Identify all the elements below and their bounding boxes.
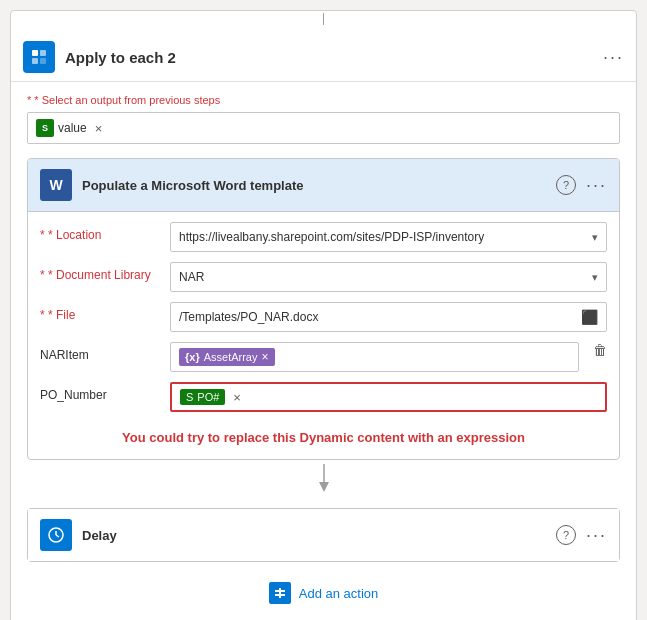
delay-more-options[interactable]: ···: [586, 525, 607, 546]
doc-library-input[interactable]: NAR ▾: [170, 262, 607, 292]
location-row: * * Location https://livealbany.sharepoi…: [40, 222, 607, 252]
word-template-header: W Populate a Microsoft Word template ? ·…: [28, 159, 619, 212]
apply-to-each-header: Apply to each 2 ···: [11, 33, 636, 82]
top-connector: [11, 11, 636, 33]
value-pill: S value: [36, 119, 87, 137]
apply-to-each-icon: [23, 41, 55, 73]
doc-library-label: * * Document Library: [40, 262, 160, 282]
delay-card: Delay ? ···: [27, 508, 620, 562]
file-row: * * File /Templates/PO_NAR.docx ⬛: [40, 302, 607, 332]
asset-array-text: AssetArray: [204, 351, 258, 363]
word-template-more[interactable]: ···: [586, 175, 607, 196]
po-number-row: PO_Number S PO# ×: [40, 382, 607, 412]
po-number-label: PO_Number: [40, 382, 160, 402]
po-number-input[interactable]: S PO# ×: [170, 382, 607, 412]
word-template-body: * * Location https://livealbany.sharepoi…: [28, 212, 619, 459]
add-action-icon: [269, 582, 291, 604]
location-input[interactable]: https://livealbany.sharepoint.com/sites/…: [170, 222, 607, 252]
svg-rect-11: [279, 588, 281, 598]
file-label: * * File: [40, 302, 160, 322]
value-pill-close[interactable]: ×: [95, 121, 103, 136]
word-icon: W: [40, 169, 72, 201]
asset-array-close[interactable]: ×: [261, 350, 268, 364]
value-pill-text: value: [58, 121, 87, 135]
location-value: https://livealbany.sharepoint.com/sites/…: [179, 230, 592, 244]
naritem-input[interactable]: {x} AssetArray ×: [170, 342, 579, 372]
svg-rect-0: [32, 50, 38, 56]
annotation-area: You could try to replace this Dynamic co…: [40, 422, 607, 449]
location-label: * * Location: [40, 222, 160, 242]
word-template-title: Populate a Microsoft Word template: [82, 178, 546, 193]
svg-marker-5: [319, 482, 329, 492]
po-pill: S PO#: [180, 389, 225, 405]
apply-to-each-title: Apply to each 2: [65, 49, 593, 66]
location-dropdown-arrow[interactable]: ▾: [592, 231, 598, 244]
delay-title: Delay: [82, 528, 546, 543]
po-pill-text: PO#: [197, 391, 219, 403]
card-body: * * Select an output from previous steps…: [11, 82, 636, 620]
annotation-text: You could try to replace this Dynamic co…: [122, 430, 525, 445]
svg-line-8: [56, 535, 59, 537]
doc-library-dropdown-arrow[interactable]: ▾: [592, 271, 598, 284]
asset-array-pill: {x} AssetArray ×: [179, 348, 275, 366]
po-pill-close[interactable]: ×: [233, 390, 241, 405]
doc-library-row: * * Document Library NAR ▾: [40, 262, 607, 292]
delay-help-icon[interactable]: ?: [556, 525, 576, 545]
apply-to-each-container: Apply to each 2 ··· * * Select an output…: [10, 10, 637, 620]
delay-header: Delay ? ···: [28, 509, 619, 561]
help-icon[interactable]: ?: [556, 175, 576, 195]
doc-library-value: NAR: [179, 270, 592, 284]
value-pill-icon: S: [36, 119, 54, 137]
file-value: /Templates/PO_NAR.docx: [179, 310, 581, 324]
header-more-options[interactable]: ···: [603, 47, 624, 68]
add-action-text: Add an action: [299, 586, 379, 601]
naritem-row: NARItem {x} AssetArray × 🗑: [40, 342, 607, 372]
select-label: * * Select an output from previous steps: [27, 94, 620, 106]
svg-rect-1: [40, 50, 46, 56]
add-action-row[interactable]: Add an action: [27, 562, 620, 620]
svg-rect-3: [40, 58, 46, 64]
delay-actions: ? ···: [556, 525, 607, 546]
word-template-card: W Populate a Microsoft Word template ? ·…: [27, 158, 620, 460]
word-template-actions: ? ···: [556, 175, 607, 196]
file-browse-icon[interactable]: ⬛: [581, 309, 598, 325]
file-input[interactable]: /Templates/PO_NAR.docx ⬛: [170, 302, 607, 332]
naritem-label: NARItem: [40, 342, 160, 362]
naritem-delete-icon[interactable]: 🗑: [593, 342, 607, 358]
po-input-wrapper: S PO# ×: [170, 382, 607, 412]
connector-line: [27, 460, 620, 498]
svg-rect-2: [32, 58, 38, 64]
output-selector[interactable]: S value ×: [27, 112, 620, 144]
delay-icon: [40, 519, 72, 551]
